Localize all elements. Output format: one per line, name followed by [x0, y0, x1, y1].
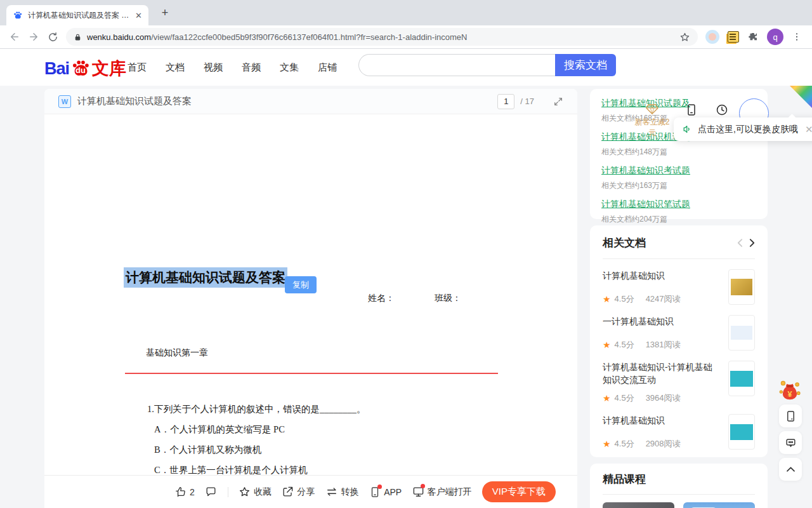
like-button[interactable]: 2	[174, 486, 195, 498]
nav-item-docs[interactable]: 文档	[164, 60, 187, 76]
read-count: 4247阅读	[646, 293, 681, 305]
rating-value: 4.5分	[615, 392, 634, 404]
nav-item-shop[interactable]: 店铺	[316, 60, 339, 76]
share-button[interactable]: 分享	[282, 486, 315, 498]
url-text: wenku.baidu.com/view/faa122ccfe00bed5b9f…	[87, 32, 674, 42]
new-user-promo[interactable]: 新客立减2元	[632, 104, 672, 138]
related-doc-item[interactable]: 一计算机基础知识 ★4.5分1381阅读	[603, 315, 755, 351]
phone-icon	[685, 104, 698, 116]
red-divider-line	[125, 373, 498, 374]
chat-bubble-icon	[785, 437, 797, 449]
divider	[603, 258, 755, 259]
carousel-prev-icon[interactable]	[737, 238, 743, 248]
tooltip-close-icon[interactable]: ✕	[805, 124, 812, 135]
clock-icon	[716, 104, 728, 116]
rating-star-icon: ★	[603, 393, 611, 403]
app-notification-dot	[377, 485, 382, 489]
nav-item-audio[interactable]: 音频	[240, 60, 263, 76]
vip-download-button[interactable]: VIP专享下载	[482, 481, 556, 502]
question-1-option-b: B．个人计算机又称为微机	[154, 444, 261, 456]
chapter-heading: 基础知识第一章	[146, 347, 208, 359]
reload-icon[interactable]	[43, 27, 62, 46]
related-search-link[interactable]: 计算机基础知识考试题	[601, 165, 690, 177]
related-doc-item[interactable]: 计算机基础知识-计算机基础知识交流互动 ★4.5分3964阅读	[603, 361, 755, 404]
actionbar-divider	[228, 487, 228, 497]
question-1-option-c: C．世界上第一台计算机是个人计算机	[154, 464, 308, 475]
carousel-next-icon[interactable]	[749, 238, 755, 248]
related-search-count: 相关文档约148万篇	[601, 147, 756, 157]
browser-menu-icon[interactable]	[792, 32, 802, 42]
app-label: APP	[384, 487, 402, 497]
browser-profile-avatar[interactable]: q	[767, 29, 783, 45]
extension-notes-icon[interactable]	[728, 31, 739, 43]
doc-thumbnail	[728, 315, 755, 351]
promo-label: 新客立减2元	[632, 117, 672, 138]
bookmark-star-icon[interactable]	[679, 32, 690, 43]
skin-tooltip-text: 点击这里,可以更换皮肤哦	[698, 124, 798, 135]
logo-bai: Bai	[44, 59, 69, 79]
related-doc-title: 计算机基础知识	[603, 414, 721, 427]
skin-change-tooltip: 点击这里,可以更换皮肤哦 ✕	[674, 117, 812, 141]
back-to-top-button[interactable]	[779, 458, 802, 481]
class-field-label: 班级：	[435, 293, 461, 304]
related-doc-item[interactable]: 计算机基础知识 ★4.5分4247阅读	[603, 269, 755, 305]
red-packet-icon[interactable]: ¥	[778, 378, 802, 403]
chevron-up-icon	[785, 464, 797, 476]
lock-icon	[74, 33, 82, 41]
doc-thumbnail	[728, 269, 755, 305]
client-open-button[interactable]: 客户端打开	[412, 486, 472, 498]
comment-button[interactable]	[205, 486, 217, 498]
page-number-input[interactable]	[497, 94, 514, 109]
baidu-favicon-icon	[13, 10, 23, 20]
browser-tab[interactable]: 计算机基础知识试题及答案 - 百 ✕	[6, 5, 148, 25]
baidu-wenku-logo[interactable]: Bai du 文库	[44, 57, 126, 80]
share-label: 分享	[297, 486, 315, 498]
favorite-button[interactable]: 收藏	[239, 486, 272, 498]
doc-thumbnail	[728, 361, 755, 396]
app-button[interactable]: APP	[369, 486, 402, 498]
wenku-header: Bai du 文库 首页 文档 视频 音频 文集 店铺 搜索文档 新客立减2元 …	[0, 49, 812, 86]
related-doc-title: 计算机基础知识	[603, 269, 721, 282]
convert-arrows-icon	[325, 486, 338, 498]
nav-item-video[interactable]: 视频	[202, 60, 225, 76]
tab-close-icon[interactable]: ✕	[135, 11, 142, 20]
related-search-count: 相关文档约163万篇	[601, 180, 756, 191]
document-toolbar-title: 计算机基础知识试题及答案	[77, 95, 497, 107]
feedback-button[interactable]	[779, 431, 802, 454]
copy-button[interactable]: 复制	[285, 276, 317, 293]
word-doc-icon: W	[58, 95, 71, 108]
extension-bear-icon[interactable]	[705, 30, 719, 44]
course-thumbnail[interactable]	[603, 502, 674, 508]
related-search-link[interactable]: 计算机基础知识笔试题	[601, 199, 690, 210]
related-doc-item[interactable]: 计算机基础知识 ★4.5分2908阅读	[603, 414, 755, 450]
document-title-selected[interactable]: 计算机基础知识试题及答案	[124, 267, 287, 288]
nav-item-collection[interactable]: 文集	[278, 60, 301, 76]
like-count: 2	[190, 487, 195, 497]
convert-button[interactable]: 转换	[325, 486, 359, 498]
document-panel: W 计算机基础知识试题及答案 / 17 计算机基础知识试题及答案 复制 姓名： …	[44, 89, 577, 508]
client-open-label: 客户端打开	[428, 486, 472, 498]
address-bar[interactable]: wenku.baidu.com/view/faa122ccfe00bed5b9f…	[66, 28, 698, 46]
document-actionbar: 2 收藏 分享 转换 APP 客户端打开 VIP专享下载	[44, 475, 577, 508]
document-page: 计算机基础知识试题及答案 复制 姓名： 班级： 基础知识第一章 1.下列关于个人…	[44, 114, 577, 475]
search-input[interactable]	[358, 54, 555, 76]
new-tab-button[interactable]: +	[157, 6, 173, 21]
comment-icon	[205, 486, 217, 498]
extensions-puzzle-icon[interactable]	[747, 31, 759, 43]
forward-icon[interactable]	[24, 27, 43, 46]
browser-urlbar: wenku.baidu.com/view/faa122ccfe00bed5b9f…	[0, 25, 812, 49]
mobile-view-button[interactable]	[779, 404, 802, 427]
browser-tabstrip: 计算机基础知识试题及答案 - 百 ✕ +	[0, 0, 812, 25]
logo-wenku: 文库	[92, 57, 126, 80]
extensions-row: q	[705, 29, 802, 45]
nav-item-home[interactable]: 首页	[126, 60, 148, 76]
fullscreen-icon[interactable]	[553, 97, 563, 107]
rating-value: 4.5分	[615, 339, 634, 351]
svg-text:¥: ¥	[787, 390, 792, 399]
course-thumbnail[interactable]	[683, 502, 755, 508]
logo-du: du	[75, 65, 86, 75]
read-count: 1381阅读	[646, 339, 681, 351]
related-docs-card: 相关文档 计算机基础知识 ★4.5分4247阅读 一计算机基础知识 ★4.5分1…	[590, 225, 768, 457]
back-icon[interactable]	[5, 27, 24, 46]
search-button[interactable]: 搜索文档	[555, 54, 616, 76]
